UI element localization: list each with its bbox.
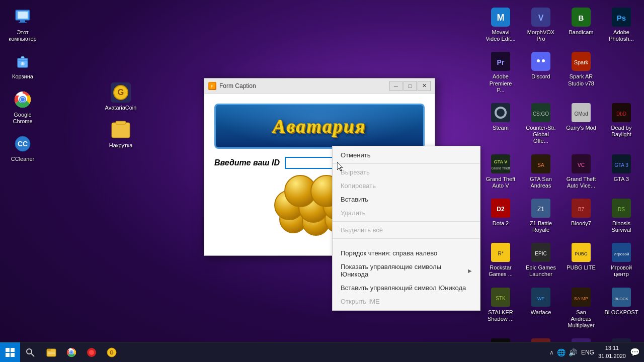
close-button[interactable]: ✕ xyxy=(418,81,431,91)
desktop-icon-gamecenter[interactable]: Игровой Игровой центр xyxy=(604,240,639,280)
morphvox-icon: V xyxy=(531,7,551,27)
desktop-icon-bloody[interactable]: B7 Bloody7 xyxy=(564,196,599,235)
movavi-label: Movavi Video Edit... xyxy=(485,29,516,42)
ctx-rtl[interactable] xyxy=(333,240,480,246)
network-icon: 🌐 xyxy=(557,348,566,356)
taskbar-chrome[interactable] xyxy=(62,343,80,361)
desktop-icon-computer[interactable]: Этот компьютер xyxy=(5,5,40,44)
ctx-open-ime[interactable]: Вставить управляющий символ Юникода xyxy=(333,281,480,295)
svg-rect-26 xyxy=(531,52,550,71)
desktop-icon-garrysmod[interactable]: GMod Garry's Mod xyxy=(564,101,599,147)
window-controls: ─ □ ✕ xyxy=(389,81,431,91)
volume-icon[interactable]: 🔊 xyxy=(569,348,577,356)
svg-rect-2 xyxy=(20,20,25,22)
desktop-icon-samp[interactable]: SA:MP San Andreas Multiplayer xyxy=(564,285,599,331)
steam-icon xyxy=(491,103,511,123)
ctx-unicode-ctrl[interactable]: Порядок чтения: справа налево xyxy=(333,246,480,260)
maximize-button[interactable]: □ xyxy=(404,81,417,91)
desktop-icon-morphvox[interactable]: V MorphVOX Pro xyxy=(523,5,558,44)
svg-text:G: G xyxy=(110,350,114,355)
svg-text:Z1: Z1 xyxy=(537,206,544,213)
desktop-icon-z1[interactable]: Z1 Z1 Battle Royale xyxy=(523,196,558,235)
window-icon: F xyxy=(208,82,216,90)
chevron-up-icon[interactable]: ∧ xyxy=(549,349,554,356)
warface-icon: WF xyxy=(531,287,551,307)
desktop-icon-movavi[interactable]: M Movavi Video Edit... xyxy=(483,5,518,44)
svg-point-107 xyxy=(89,350,94,355)
desktop-icon-nakrutka[interactable]: Накрутка xyxy=(101,118,141,151)
desktop-icon-recycle[interactable]: Корзина xyxy=(5,49,40,82)
taskbar-record[interactable] xyxy=(83,343,101,361)
ctx-selectall-label: Выделить всё xyxy=(341,226,383,234)
ctx-unicode-insert[interactable]: Показать управляющие символы Юникода ▶ xyxy=(333,260,480,281)
photoshop-label: Adobe Photosh... xyxy=(606,29,637,42)
svg-text:Grand Theft: Grand Theft xyxy=(491,166,510,170)
desktop-icon-gta5[interactable]: GTA VGrand Theft Grand Theft Auto V xyxy=(483,152,518,191)
desktop-icon-photoshop[interactable]: Ps Adobe Photosh... xyxy=(604,5,639,44)
morphvox-label: MorphVOX Pro xyxy=(525,29,556,42)
z1-label: Z1 Battle Royale xyxy=(525,220,556,233)
svg-point-96 xyxy=(27,349,32,354)
ctx-arrow: ▶ xyxy=(468,268,472,274)
desktop-icon-gta3[interactable]: GTA 3 GTA 3 xyxy=(604,152,639,191)
taskbar-search-button[interactable] xyxy=(22,344,38,360)
blockpost-icon: BLOCK xyxy=(611,287,631,307)
svg-rect-93 xyxy=(11,348,15,352)
svg-text:EPIC: EPIC xyxy=(535,251,546,256)
desktop-icon-blockpost[interactable]: BLOCK BLOCKPOST xyxy=(604,285,639,331)
desktop-icon-dota2[interactable]: D2 Dota 2 xyxy=(483,196,518,235)
desktop-icon-sparkar[interactable]: Spark Spark AR Studio v78 xyxy=(564,49,599,96)
desktop-icons-mid: G AvatariaCoin Накрутка xyxy=(101,80,141,151)
desktop-icon-gtasa[interactable]: SA GTA San Andreas xyxy=(523,152,558,191)
desktop-icon-warface[interactable]: WF Warface xyxy=(523,285,558,331)
desktop-icon-avatariacoin[interactable]: G AvatariaCoin xyxy=(101,80,141,113)
svg-text:SA: SA xyxy=(537,162,544,168)
computer-label: Этот компьютер xyxy=(7,29,38,42)
deadbydaylight-label: Dead by Daylight xyxy=(606,125,637,138)
desktop-icon-chrome[interactable]: Google Chrome xyxy=(5,87,40,127)
svg-point-27 xyxy=(537,59,540,62)
epic-icon: EPIC xyxy=(531,242,551,262)
dinosis-label: Dinosis Survival xyxy=(606,220,637,233)
start-button[interactable] xyxy=(0,342,20,363)
desktop-icon-pubglite[interactable]: PUBG PUBG LITE xyxy=(564,240,599,280)
svg-rect-95 xyxy=(11,353,15,357)
taskbar-explorer[interactable] xyxy=(42,343,60,361)
gta5-icon: GTA VGrand Theft xyxy=(491,154,511,174)
ccleaner-icon: CC xyxy=(13,134,33,154)
svg-text:STK: STK xyxy=(496,296,506,301)
desktop-icon-csgo[interactable]: CS:GO Counter-Str. Global Offe... xyxy=(523,101,558,147)
desktop-icon-stalker[interactable]: STK STALKER Shadow ... xyxy=(483,285,518,331)
desktop-icon-steam[interactable]: Steam xyxy=(483,101,518,147)
chrome-label: Google Chrome xyxy=(7,112,38,125)
svg-point-28 xyxy=(542,59,545,62)
svg-rect-15 xyxy=(116,121,126,124)
desktop-icon-discord[interactable]: Discord xyxy=(523,49,558,96)
svg-point-8 xyxy=(21,98,25,102)
ctx-selectall: Выделить всё xyxy=(333,223,480,237)
sparkar-label: Spark AR Studio v78 xyxy=(566,73,597,86)
desktop-icon-deadbydaylight[interactable]: DbD Dead by Daylight xyxy=(604,101,639,147)
ctx-paste-label: Вставить xyxy=(341,196,368,203)
desktop-icon-ccleaner[interactable]: CC CCleaner xyxy=(5,132,40,164)
desktop-icon-dinosis[interactable]: DS Dinosis Survival xyxy=(604,196,639,235)
desktop-icon-premiere[interactable]: Pr Adobe Premiere P... xyxy=(483,49,518,96)
svg-rect-100 xyxy=(48,352,55,352)
avatariacoin-icon: G xyxy=(111,82,131,103)
photoshop-icon: Ps xyxy=(611,7,631,27)
ctx-paste[interactable]: Вставить xyxy=(333,193,480,206)
minimize-button[interactable]: ─ xyxy=(389,81,403,91)
deadbydaylight-icon: DbD xyxy=(611,103,631,123)
svg-text:CC: CC xyxy=(18,140,28,148)
ctx-cancel[interactable]: Отменить xyxy=(333,148,480,162)
stalker-icon: STK xyxy=(491,287,511,307)
desktop-icon-bandicam[interactable]: B Bandicam xyxy=(564,5,599,44)
svg-text:GTA 3: GTA 3 xyxy=(614,162,628,168)
notification-button[interactable]: 💬 xyxy=(630,347,640,357)
desktop-icon-rockstar[interactable]: R* Rockstar Games ... xyxy=(483,240,518,280)
desktop-icon-epic[interactable]: EPIC Epic Games Launcher xyxy=(523,240,558,280)
premiere-label: Adobe Premiere P... xyxy=(485,73,516,94)
taskbar-lang: ENG xyxy=(581,349,594,356)
desktop-icon-gtavc[interactable]: VC Grand Theft Auto Vice... xyxy=(564,152,599,191)
taskbar-coin-app[interactable]: G xyxy=(103,343,121,361)
